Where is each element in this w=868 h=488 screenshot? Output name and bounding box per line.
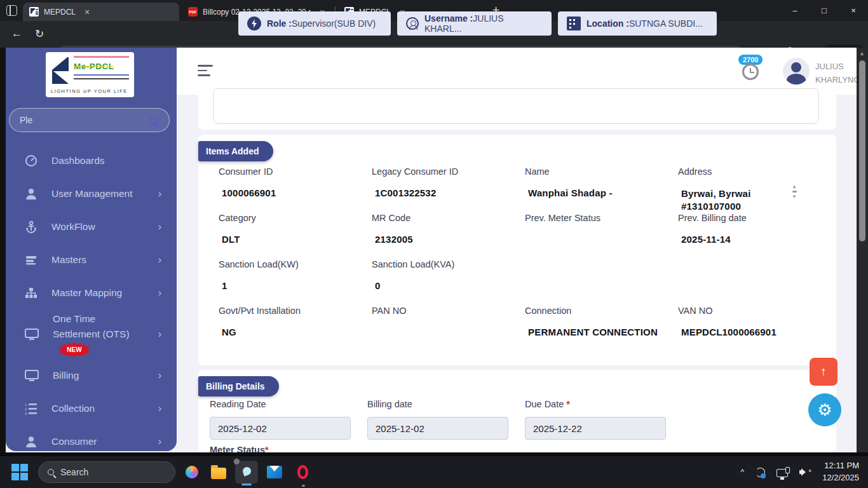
tray-chevron-icon[interactable]: ^ <box>741 468 745 477</box>
mepdcl-logo: Me-PDCL LIGHTING UP YOUR LIFE <box>46 52 134 97</box>
browser-tab-1[interactable]: MEPDCL × <box>23 3 179 21</box>
tab-title: MEPDCL <box>44 8 76 17</box>
new-badge: NEW <box>58 342 91 357</box>
sidebar-item-label: WorkFlow <box>51 219 95 234</box>
chevron-right-icon: › <box>158 436 161 447</box>
sidebar-item-masters[interactable]: Masters › <box>6 243 177 276</box>
sync-icon[interactable] <box>756 468 765 477</box>
spinner-up-icon: ▲ <box>792 184 797 189</box>
sidebar-item-master-mapping[interactable]: Master Mapping › <box>6 276 177 309</box>
edge-browser-icon[interactable] <box>235 461 258 484</box>
sitemap-icon <box>25 287 37 299</box>
logo-tagline: LIGHTING UP YOUR LIFE <box>51 88 129 94</box>
taskbar: Search ^ × 12:11 PM 12/2/2025 <box>0 456 868 488</box>
chevron-right-icon: › <box>158 403 161 414</box>
tab-close-icon[interactable]: × <box>85 8 90 17</box>
sidebar-item-user-management[interactable]: User Management › <box>6 177 177 210</box>
sidebar: Me-PDCL LIGHTING UP YOUR LIFE Dashboards… <box>6 48 177 451</box>
window-close-button[interactable]: × <box>839 0 868 21</box>
tray-time: 12:11 PM <box>822 460 859 472</box>
chevron-right-icon: › <box>158 221 161 233</box>
role-value: Supervisor(SUB DIV) <box>292 18 376 29</box>
volume-muted-icon[interactable]: × <box>799 467 811 477</box>
refresh-icon[interactable]: ↻ <box>35 27 44 41</box>
taskbar-search[interactable]: Search <box>38 461 175 483</box>
username-badge: Username :JULIUS KHARL... <box>397 11 552 36</box>
page-scrollbar[interactable]: ▲ <box>857 48 868 456</box>
username-person-icon <box>406 17 419 30</box>
sidebar-item-workflow[interactable]: WorkFlow › <box>6 210 177 243</box>
ordered-list-icon: 123 <box>25 402 37 415</box>
field-label: Address <box>678 166 831 177</box>
user-avatar[interactable] <box>783 58 810 85</box>
sidebar-item-label: Billing <box>53 368 79 383</box>
pdf-favicon: PDF <box>188 7 198 17</box>
field-value: PERMANENT CONNECTION <box>528 327 678 337</box>
network-icon[interactable] <box>776 469 788 477</box>
edge-active-indicator <box>241 484 252 485</box>
items-added-badge: Items Added <box>198 141 273 161</box>
address-scroll-spinner[interactable]: ▲ ▼ <box>789 184 799 199</box>
search-icon <box>48 469 54 475</box>
sidebar-item-label: Collection <box>51 401 95 416</box>
sidebar-item-dashboards[interactable]: Dashboards <box>6 144 177 177</box>
field-label: Govt/Pvt Installation <box>219 306 372 316</box>
sidebar-search[interactable] <box>9 108 170 132</box>
reading-date-input[interactable] <box>210 417 351 440</box>
monitor-icon <box>25 369 39 382</box>
field-value: 2025-11-14 <box>681 234 831 245</box>
field-label: PAN NO <box>372 306 525 316</box>
back-icon[interactable]: ← <box>11 27 22 40</box>
copilot-taskbar-icon[interactable] <box>183 463 201 481</box>
logo-title: Me-PDCL <box>74 62 129 71</box>
sidebar-item-billing[interactable]: Billing › <box>6 359 177 392</box>
dashboard-icon <box>25 154 37 167</box>
windows-start-button[interactable] <box>11 464 28 480</box>
spinner-dot <box>792 191 797 193</box>
scrollbar-up-icon[interactable]: ▲ <box>859 50 865 57</box>
file-explorer-icon[interactable] <box>210 463 227 481</box>
tray-date: 12/2/2025 <box>822 472 859 484</box>
chevron-right-icon: › <box>158 329 161 340</box>
due-date-input[interactable] <box>525 417 666 440</box>
field-label: Reading Date <box>210 399 351 409</box>
field-label: Prev. Billing date <box>678 213 831 223</box>
sidebar-search-input[interactable] <box>10 115 149 125</box>
sidebar-menu: Dashboards User Management › WorkFlow › … <box>6 144 177 451</box>
location-value: SUTNGA SUBDI... <box>629 18 703 29</box>
field-value: Wanphai Shadap - <box>528 187 678 198</box>
window-minimize-button[interactable]: – <box>780 0 810 21</box>
items-added-card: Items Added Consumer ID1000066901 Legacy… <box>198 135 836 365</box>
window-edge <box>0 48 6 456</box>
taskbar-clock[interactable]: 12:11 PM 12/2/2025 <box>822 460 859 484</box>
scrollbar-thumb[interactable] <box>859 60 865 241</box>
spinner-down-icon: ▼ <box>792 194 797 200</box>
screen: MEPDCL × PDF Billcopy 02-12-2025 12_02_2… <box>0 0 868 488</box>
role-bolt-icon <box>247 17 261 30</box>
window-restore-button[interactable]: □ <box>810 0 839 21</box>
logo-bolt-icon <box>52 57 69 84</box>
billing-date-input[interactable] <box>367 417 508 440</box>
username-label: Username : <box>424 13 473 24</box>
location-label: Location : <box>587 18 629 29</box>
previous-section-field <box>213 88 819 124</box>
clock-icon <box>742 64 759 80</box>
chevron-right-icon: › <box>158 287 161 299</box>
field-value: 0 <box>375 280 525 291</box>
sidebar-item-label: User Management <box>51 186 133 201</box>
hamburger-menu-icon[interactable] <box>198 65 213 79</box>
taskbar-search-placeholder: Search <box>60 467 88 477</box>
search-icon <box>149 116 158 125</box>
sidebar-item-consumer[interactable]: Consumer › <box>6 425 177 451</box>
chevron-right-icon: › <box>158 254 161 266</box>
scroll-to-top-button[interactable]: ↑ <box>810 358 837 386</box>
tab-actions-icon[interactable] <box>6 5 17 16</box>
field-label: Sanction Load(KVA) <box>372 259 525 269</box>
settings-fab[interactable]: ⚙ <box>808 393 841 426</box>
sidebar-item-ots[interactable]: One Time Settlement (OTS)NEW › <box>6 309 177 359</box>
mail-icon[interactable] <box>266 463 283 481</box>
svg-text:3: 3 <box>25 412 27 415</box>
opera-icon[interactable] <box>294 463 311 481</box>
gear-icon: ⚙ <box>817 400 832 420</box>
sidebar-item-collection[interactable]: 123 Collection › <box>6 392 177 425</box>
